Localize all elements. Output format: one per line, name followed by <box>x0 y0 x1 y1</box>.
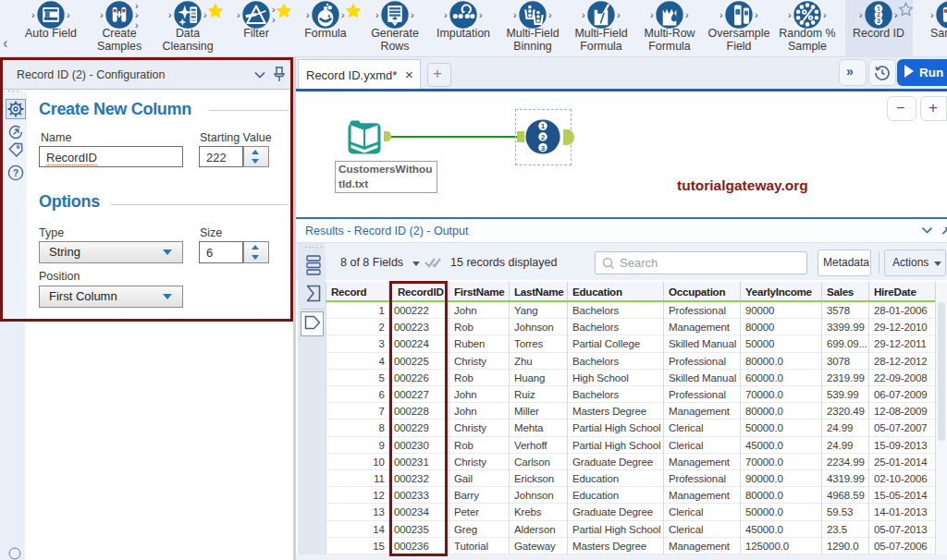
svg-text:1: 1 <box>541 122 546 130</box>
svg-text:2: 2 <box>541 133 546 141</box>
svg-text:3: 3 <box>877 18 880 24</box>
svg-text:3: 3 <box>541 144 546 152</box>
